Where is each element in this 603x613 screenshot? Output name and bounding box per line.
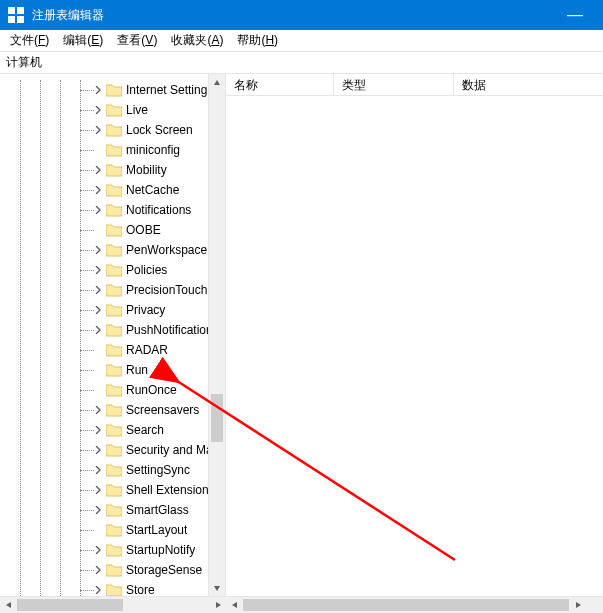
chevron-right-icon[interactable] — [92, 164, 104, 176]
tree-item[interactable]: Screensavers — [0, 400, 208, 420]
titlebar: 注册表编辑器 — — [0, 0, 603, 30]
tree-item[interactable]: Live — [0, 100, 208, 120]
minimize-button[interactable]: — — [555, 7, 595, 23]
tree-item-label: NetCache — [126, 183, 179, 197]
chevron-right-icon[interactable] — [92, 284, 104, 296]
tree-item-label: RunOnce — [126, 383, 177, 397]
tree-item[interactable]: Run — [0, 360, 208, 380]
tree-vertical-scrollbar[interactable] — [208, 74, 225, 596]
folder-icon — [106, 583, 122, 596]
folder-icon — [106, 123, 122, 137]
tree-item[interactable]: PenWorkspace — [0, 240, 208, 260]
pathbar: 计算机 — [0, 52, 603, 74]
chevron-right-icon[interactable] — [92, 484, 104, 496]
list-body[interactable] — [226, 96, 603, 596]
scroll-left-icon[interactable] — [0, 597, 17, 614]
tree-item[interactable]: SmartGlass — [0, 500, 208, 520]
chevron-right-icon[interactable] — [92, 464, 104, 476]
chevron-right-icon[interactable] — [92, 264, 104, 276]
chevron-right-icon[interactable] — [92, 544, 104, 556]
tree-item[interactable]: PushNotifications — [0, 320, 208, 340]
tree-item-label: Search — [126, 423, 164, 437]
scroll-thumb[interactable] — [243, 599, 569, 611]
folder-icon — [106, 203, 122, 217]
tree-item-label: miniconfig — [126, 143, 180, 157]
list-horizontal-scrollbar[interactable] — [226, 597, 603, 613]
scroll-track[interactable] — [209, 91, 225, 579]
folder-icon — [106, 383, 122, 397]
tree-item[interactable]: RADAR — [0, 340, 208, 360]
tree-viewport[interactable]: Internet SettingsLiveLock Screenminiconf… — [0, 74, 208, 596]
chevron-right-icon[interactable] — [92, 244, 104, 256]
tree-item[interactable]: miniconfig — [0, 140, 208, 160]
scroll-left-icon[interactable] — [226, 597, 243, 614]
tree-item[interactable]: StorageSense — [0, 560, 208, 580]
chevron-right-icon[interactable] — [92, 204, 104, 216]
tree-item[interactable]: Search — [0, 420, 208, 440]
tree-item-label: StartupNotify — [126, 543, 195, 557]
tree-item[interactable]: Notifications — [0, 200, 208, 220]
chevron-right-icon[interactable] — [92, 184, 104, 196]
menu-help[interactable]: 帮助(H) — [231, 30, 284, 51]
tree-item-label: Shell Extensions — [126, 483, 208, 497]
tree-item[interactable]: OOBE — [0, 220, 208, 240]
tree-item[interactable]: NetCache — [0, 180, 208, 200]
tree-item-label: Policies — [126, 263, 167, 277]
menu-file[interactable]: 文件(F) — [4, 30, 55, 51]
tree-item[interactable]: RunOnce — [0, 380, 208, 400]
tree-item-label: Mobility — [126, 163, 167, 177]
scroll-up-icon[interactable] — [209, 74, 225, 91]
tree-item[interactable]: Store — [0, 580, 208, 596]
scroll-right-icon[interactable] — [209, 597, 226, 614]
tree-item[interactable]: Security and Maintenance — [0, 440, 208, 460]
tree-item-label: Security and Maintenance — [126, 443, 208, 457]
tree-item[interactable]: Privacy — [0, 300, 208, 320]
folder-icon — [106, 103, 122, 117]
scroll-thumb[interactable] — [211, 394, 223, 443]
tree-item[interactable]: PrecisionTouchPad — [0, 280, 208, 300]
tree-item[interactable]: Mobility — [0, 160, 208, 180]
tree-item[interactable]: SettingSync — [0, 460, 208, 480]
chevron-right-icon[interactable] — [92, 424, 104, 436]
chevron-right-icon[interactable] — [92, 104, 104, 116]
scroll-thumb[interactable] — [17, 599, 123, 611]
folder-icon — [106, 223, 122, 237]
folder-icon — [106, 403, 122, 417]
scroll-right-icon[interactable] — [569, 597, 586, 614]
chevron-right-icon[interactable] — [92, 444, 104, 456]
tree-item[interactable]: Shell Extensions — [0, 480, 208, 500]
column-data[interactable]: 数据 — [454, 74, 603, 95]
tree-item[interactable]: StartupNotify — [0, 540, 208, 560]
tree-horizontal-scrollbar[interactable] — [0, 597, 226, 613]
chevron-right-icon[interactable] — [92, 84, 104, 96]
tree-item[interactable]: StartLayout — [0, 520, 208, 540]
tree-pane: Internet SettingsLiveLock Screenminiconf… — [0, 74, 226, 596]
tree-item-label: Notifications — [126, 203, 191, 217]
tree-item-label: Screensavers — [126, 403, 199, 417]
column-name[interactable]: 名称 — [226, 74, 334, 95]
folder-icon — [106, 363, 122, 377]
menu-edit[interactable]: 编辑(E) — [57, 30, 109, 51]
folder-icon — [106, 263, 122, 277]
folder-icon — [106, 83, 122, 97]
chevron-right-icon[interactable] — [92, 584, 104, 596]
scroll-down-icon[interactable] — [209, 579, 225, 596]
chevron-right-icon[interactable] — [92, 124, 104, 136]
chevron-right-icon[interactable] — [92, 324, 104, 336]
column-type[interactable]: 类型 — [334, 74, 454, 95]
chevron-right-icon[interactable] — [92, 504, 104, 516]
chevron-right-icon[interactable] — [92, 304, 104, 316]
path-text: 计算机 — [6, 54, 42, 71]
menu-favorites[interactable]: 收藏夹(A) — [165, 30, 229, 51]
folder-icon — [106, 243, 122, 257]
window-title: 注册表编辑器 — [32, 7, 555, 24]
tree-item-label: Live — [126, 103, 148, 117]
tree-item[interactable]: Policies — [0, 260, 208, 280]
tree-item[interactable]: Lock Screen — [0, 120, 208, 140]
menu-view[interactable]: 查看(V) — [111, 30, 163, 51]
tree-item[interactable]: Internet Settings — [0, 80, 208, 100]
chevron-right-icon[interactable] — [92, 564, 104, 576]
chevron-right-icon[interactable] — [92, 404, 104, 416]
folder-icon — [106, 183, 122, 197]
tree-item-label: RADAR — [126, 343, 168, 357]
